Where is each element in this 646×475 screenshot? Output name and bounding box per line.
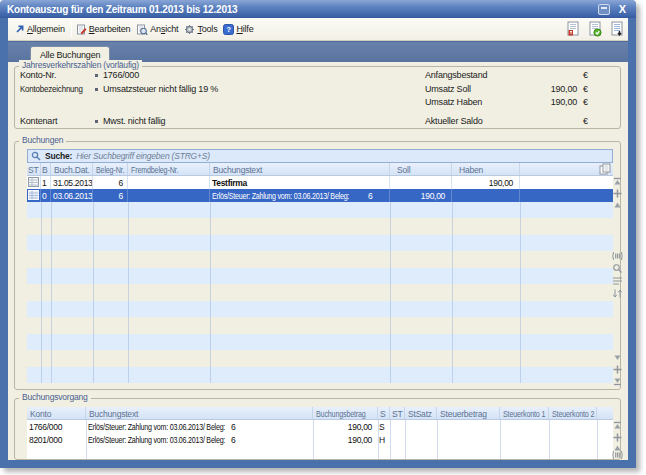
col-b[interactable]: B bbox=[41, 163, 51, 175]
currency-euro: € bbox=[583, 116, 588, 126]
close-icon[interactable]: X bbox=[616, 3, 629, 15]
menu-bearbeiten[interactable]: Bearbeiten bbox=[74, 22, 135, 37]
scroll-top-icon2[interactable] bbox=[613, 421, 622, 430]
konto-nr-label: Konto-Nr. bbox=[20, 70, 56, 80]
currency-euro: € bbox=[583, 97, 588, 107]
search-icon bbox=[31, 151, 41, 161]
titlebar: Kontoauszug für den Zeitraum 01.2013 bis… bbox=[0, 0, 636, 18]
list-settings-icon[interactable] bbox=[612, 276, 623, 286]
menu-separator bbox=[71, 22, 72, 37]
menubar: Allgemein Bearbeiten Ansicht Tools ? Hil… bbox=[8, 18, 628, 41]
scroll-bottom-icon[interactable] bbox=[613, 377, 622, 386]
help-icon: ? bbox=[223, 24, 234, 35]
col-buchdat[interactable]: Buch.Dat. bbox=[51, 163, 93, 175]
menu-ansicht[interactable]: Ansicht bbox=[134, 22, 182, 37]
col-buchungstext2[interactable]: Buchungstext bbox=[86, 407, 313, 419]
col-s[interactable]: S bbox=[378, 407, 390, 419]
move-row-down-icon[interactable] bbox=[613, 365, 622, 374]
columns-icon2[interactable] bbox=[612, 450, 623, 460]
document-check-icon[interactable] bbox=[588, 21, 602, 37]
transaction-group-title: Buchungsvorgang bbox=[19, 392, 91, 402]
grid-row-icon bbox=[28, 177, 39, 187]
kontenart-label: Kontenart bbox=[20, 116, 57, 126]
columns-icon[interactable] bbox=[612, 251, 623, 261]
window-title: Kontoauszug für den Zeitraum 01.2013 bis… bbox=[7, 4, 592, 15]
col-soll[interactable]: Soll bbox=[390, 163, 452, 175]
view-page-icon bbox=[136, 24, 148, 35]
tab-band: Alle Buchungen bbox=[8, 41, 628, 62]
umsatz-soll-label: Umsatz Soll bbox=[425, 84, 471, 94]
currency-euro: € bbox=[583, 84, 588, 94]
search-list-icon[interactable] bbox=[612, 263, 623, 274]
scroll-top-icon[interactable] bbox=[613, 177, 622, 186]
col-extra bbox=[520, 163, 613, 175]
grid-row-icon bbox=[28, 190, 39, 200]
copy-pages-icon[interactable] bbox=[599, 163, 612, 175]
col-haben[interactable]: Haben bbox=[452, 163, 520, 175]
col-steuerkonto2[interactable]: Steuerkonto 2 bbox=[549, 407, 597, 419]
col-st[interactable]: ST bbox=[27, 163, 41, 175]
search-label: Suche: bbox=[45, 151, 72, 161]
col-steuerbetrag[interactable]: Steuerbetrag bbox=[437, 407, 500, 419]
col-stsatz[interactable]: StSatz bbox=[405, 407, 437, 419]
kontenart-value: Mwst. nicht fällig bbox=[103, 116, 165, 126]
bullet-icon bbox=[95, 74, 98, 77]
arrow-up-right-icon bbox=[15, 24, 25, 34]
col-belegnr[interactable]: Beleg-Nr. bbox=[93, 163, 128, 175]
bookings-group-title: Buchungen bbox=[19, 135, 66, 145]
window: Kontoauszug für den Zeitraum 01.2013 bis… bbox=[0, 0, 636, 468]
bullet-icon bbox=[95, 88, 98, 91]
restore-window-icon[interactable] bbox=[598, 4, 610, 15]
umsatz-haben-label: Umsatz Haben bbox=[425, 97, 482, 107]
transaction-gridlines bbox=[27, 420, 613, 459]
report-icon[interactable] bbox=[566, 21, 580, 37]
col-extra2 bbox=[597, 407, 613, 419]
col-buchungstext[interactable]: Buchungstext bbox=[210, 163, 390, 175]
umsatz-haben-value: 190,00 bbox=[480, 97, 577, 107]
search-input[interactable]: Suche: Hier Suchbegriff eingeben (STRG+S… bbox=[27, 149, 613, 163]
col-buchungsbetrag[interactable]: Buchungsbetrag bbox=[313, 407, 378, 419]
scroll-down-icon[interactable] bbox=[613, 353, 622, 362]
umsatz-soll-value: 190,00 bbox=[480, 84, 577, 94]
kontobezeichnung-label: Kontobezeichnung bbox=[20, 84, 83, 94]
col-fremdbelegnr[interactable]: Fremdbeleg-Nr. bbox=[128, 163, 210, 175]
sort-icon[interactable] bbox=[612, 288, 623, 299]
menu-hilfe[interactable]: ? Hilfe bbox=[221, 22, 257, 37]
anfangsbestand-label: Anfangsbestand bbox=[425, 70, 487, 80]
col-st2[interactable]: ST bbox=[390, 407, 405, 419]
bookings-table-header: ST B Buch.Dat. Beleg-Nr. Fremdbeleg-Nr. … bbox=[27, 163, 613, 176]
move-row-icon2[interactable] bbox=[613, 433, 622, 442]
currency-euro: € bbox=[583, 70, 588, 80]
edit-page-icon bbox=[76, 24, 87, 35]
col-steuerkonto1[interactable]: Steuerkonto 1 bbox=[500, 407, 549, 419]
bookings-gridlines bbox=[27, 202, 613, 383]
svg-text:?: ? bbox=[227, 25, 232, 34]
move-row-icon[interactable] bbox=[613, 189, 622, 198]
konto-nr-value: 1766/000 bbox=[103, 70, 139, 80]
gear-icon bbox=[184, 24, 195, 35]
scroll-up-icon[interactable] bbox=[613, 201, 622, 210]
document-export-icon[interactable] bbox=[610, 21, 624, 37]
col-konto[interactable]: Konto bbox=[27, 407, 86, 419]
kontobezeichnung-value: Umsatzsteuer nicht fällig 19 % bbox=[103, 84, 218, 94]
booking-row-2-selected[interactable]: 0 03.06.2013 6 Erlös/Steuer: Zahlung vom… bbox=[27, 189, 613, 202]
bullet-icon bbox=[95, 120, 98, 123]
menu-allgemein[interactable]: Allgemein bbox=[13, 22, 69, 36]
summary-group-title: Jahresverkehrszahlen (vorläufig) bbox=[19, 60, 142, 70]
booking-row-1[interactable]: 1 31.05.2013 6 Testfirma 190,00 bbox=[27, 176, 613, 189]
aktueller-saldo-label: Aktueller Saldo bbox=[425, 116, 483, 126]
transaction-table-header: Konto Buchungstext Buchungsbetrag S ST S… bbox=[27, 407, 613, 420]
search-placeholder: Hier Suchbegriff eingeben (STRG+S) bbox=[76, 151, 210, 161]
menu-tools[interactable]: Tools bbox=[182, 22, 221, 37]
